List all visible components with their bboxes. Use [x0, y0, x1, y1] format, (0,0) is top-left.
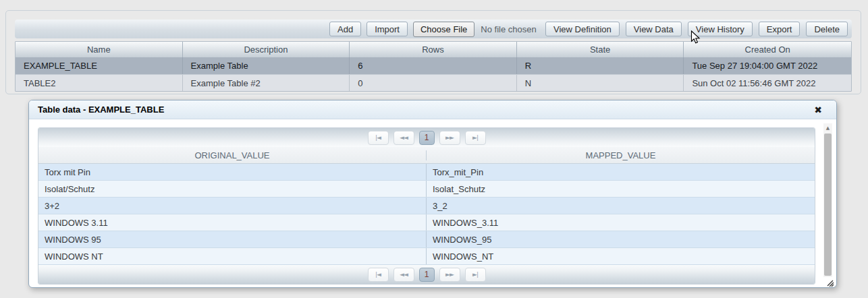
file-chosen-status: No file chosen — [481, 24, 536, 34]
cell-state: R — [517, 57, 684, 74]
column-header-rows[interactable]: Rows — [350, 42, 517, 57]
cell-description: Example Table — [183, 57, 350, 74]
cell-rows: 6 — [350, 57, 517, 74]
next-page-button[interactable]: ►► — [439, 131, 460, 145]
cell-name: EXAMPLE_TABLE — [16, 57, 183, 74]
resize-handle-icon[interactable] — [826, 278, 834, 286]
cell-mapped-value: 3_2 — [427, 198, 815, 214]
current-page-button[interactable]: 1 — [419, 268, 435, 282]
first-page-button[interactable]: |◄ — [368, 268, 389, 282]
toolbar: Add Import Choose File No file chosen Vi… — [15, 20, 852, 38]
cell-original-value: Isolat/Schutz — [38, 181, 427, 197]
view-data-button[interactable]: View Data — [626, 22, 682, 36]
table-data-dialog: Table data - EXAMPLE_TABLE ✖ |◄ ◄◄ 1 ►► … — [28, 100, 837, 288]
dialog-titlebar[interactable]: Table data - EXAMPLE_TABLE ✖ — [29, 100, 836, 119]
cell-mapped-value: WINDOWS_NT — [427, 248, 815, 264]
column-header-created-on[interactable]: Created On — [684, 42, 851, 57]
dialog-row: WINDOWS 95 WINDOWS_95 — [38, 231, 815, 248]
dialog-row: WINDOWS 3.11 WINDOWS_3.11 — [38, 214, 815, 231]
add-button[interactable]: Add — [329, 22, 361, 36]
cell-description: Example Table #2 — [183, 75, 350, 91]
cell-mapped-value: Torx_mit_Pin — [427, 164, 815, 180]
cell-created-on: Tue Sep 27 19:04:00 GMT 2022 — [684, 57, 851, 74]
table-row-example-table[interactable]: EXAMPLE_TABLE Example Table 6 R Tue Sep … — [16, 57, 851, 74]
dialog-row: WINDOWS NT WINDOWS_NT — [38, 248, 815, 265]
cell-original-value: WINDOWS 95 — [38, 231, 427, 247]
column-header-state[interactable]: State — [517, 42, 684, 57]
last-page-button[interactable]: ►| — [465, 131, 486, 145]
first-page-button[interactable]: |◄ — [368, 131, 389, 145]
cell-state: N — [517, 75, 684, 91]
page: Add Import Choose File No file chosen Vi… — [0, 0, 868, 298]
tables-panel: Add Import Choose File No file chosen Vi… — [5, 10, 861, 94]
cell-original-value: 3+2 — [38, 198, 427, 214]
current-page-button[interactable]: 1 — [419, 131, 435, 145]
prev-page-button[interactable]: ◄◄ — [394, 131, 414, 145]
cell-mapped-value: WINDOWS_95 — [427, 231, 815, 247]
import-button[interactable]: Import — [367, 22, 408, 36]
file-input-group: Choose File No file chosen — [413, 22, 537, 37]
next-page-button[interactable]: ►► — [439, 268, 460, 282]
column-header-original-value[interactable]: ORIGINAL_VALUE — [38, 150, 427, 160]
toolbar-right-group: View Definition View Data View History E… — [545, 22, 848, 36]
prev-page-button[interactable]: ◄◄ — [394, 268, 414, 282]
view-definition-button[interactable]: View Definition — [545, 22, 620, 36]
dialog-row: 3+2 3_2 — [38, 198, 815, 214]
table-row-table2[interactable]: TABLE2 Example Table #2 0 N Sun Oct 02 1… — [16, 74, 851, 91]
close-icon[interactable]: ✖ — [814, 105, 822, 115]
cell-mapped-value: Isolat_Schutz — [427, 181, 815, 197]
tables-grid: Name Description Rows State Created On E… — [15, 41, 852, 92]
view-history-button[interactable]: View History — [688, 22, 753, 36]
scroll-up-arrow-icon[interactable]: ▲ — [823, 123, 832, 132]
pagination-top: |◄ ◄◄ 1 ►► ►| — [38, 128, 815, 147]
dialog-title: Table data - EXAMPLE_TABLE — [38, 105, 164, 115]
dialog-body: |◄ ◄◄ 1 ►► ►| ORIGINAL_VALUE MAPPED_VALU… — [29, 119, 836, 288]
cell-original-value: WINDOWS 3.11 — [38, 214, 427, 231]
dialog-row: Isolat/Schutz Isolat_Schutz — [38, 181, 815, 198]
dialog-scrollbar[interactable]: ▲ — [823, 123, 832, 277]
column-header-name[interactable]: Name — [16, 42, 183, 57]
cell-rows: 0 — [350, 75, 517, 91]
dialog-row: Torx mit Pin Torx_mit_Pin — [38, 164, 815, 181]
scrollbar-thumb[interactable] — [824, 133, 832, 276]
column-header-description[interactable]: Description — [183, 42, 350, 57]
dialog-data-container: |◄ ◄◄ 1 ►► ►| ORIGINAL_VALUE MAPPED_VALU… — [38, 127, 815, 285]
delete-button[interactable]: Delete — [806, 22, 848, 36]
choose-file-button[interactable]: Choose File — [413, 22, 474, 37]
dialog-grid-header: ORIGINAL_VALUE MAPPED_VALUE — [38, 147, 815, 164]
column-header-mapped-value[interactable]: MAPPED_VALUE — [427, 150, 815, 160]
cell-original-value: WINDOWS NT — [38, 248, 427, 264]
last-page-button[interactable]: ►| — [465, 268, 486, 282]
tables-grid-header: Name Description Rows State Created On — [16, 42, 851, 57]
export-button[interactable]: Export — [759, 22, 801, 36]
pagination-bottom: |◄ ◄◄ 1 ►► ►| — [38, 265, 815, 284]
cell-created-on: Sun Oct 02 11:56:46 GMT 2022 — [684, 75, 851, 91]
cell-original-value: Torx mit Pin — [38, 164, 427, 180]
cell-mapped-value: WINDOWS_3.11 — [427, 214, 815, 231]
cell-name: TABLE2 — [16, 75, 183, 91]
